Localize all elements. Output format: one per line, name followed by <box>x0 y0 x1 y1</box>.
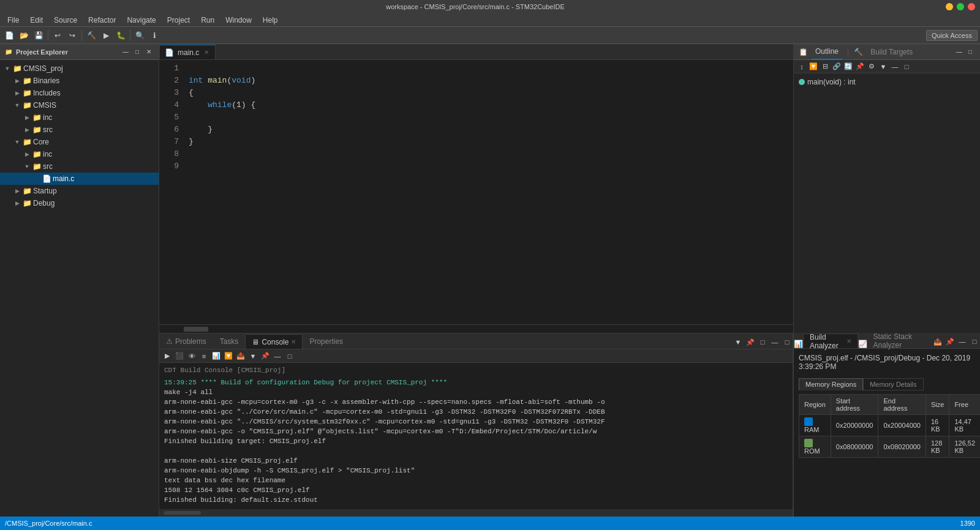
console-maximize-btn[interactable]: □ <box>782 337 793 348</box>
tree-main-c[interactable]: ▶ 📄 main.c <box>0 173 159 185</box>
outline-settings-btn[interactable]: ⚙ <box>866 61 877 72</box>
tab-memory-details[interactable]: Memory Details <box>863 378 923 390</box>
panel-maximize-btn[interactable]: □ <box>132 47 142 57</box>
console-stop-btn[interactable]: ⬛ <box>174 351 185 362</box>
panel-close-btn[interactable]: ✕ <box>144 47 154 57</box>
outline-minimize-btn[interactable]: — <box>889 61 900 72</box>
tab-main-c[interactable]: 📄 main.c ✕ <box>159 45 216 59</box>
close-btn[interactable] <box>968 3 975 10</box>
toolbar-build[interactable]: 🔨 <box>85 29 98 42</box>
outline-link-btn[interactable]: 🔗 <box>831 61 842 72</box>
tab-static-stack[interactable]: Static Stack Analyzer <box>867 334 932 348</box>
outline-filter-btn[interactable]: 🔽 <box>808 61 819 72</box>
tab-build-analyzer[interactable]: Build Analyzer ✕ <box>803 334 858 348</box>
code-editor[interactable]: 1 2 3 4 5 6 7 8 9 int main(void) { while… <box>159 60 793 324</box>
tab-console[interactable]: 🖥 Console ✕ <box>245 334 303 349</box>
menu-run[interactable]: Run <box>196 15 219 26</box>
outline-content: main(void) : int <box>794 73 980 333</box>
tree-cmsis-proj[interactable]: ▼ 📁 CMSIS_proj <box>0 62 159 75</box>
tab-tasks[interactable]: Tasks <box>213 334 246 349</box>
quick-access-btn[interactable]: Quick Access <box>926 30 978 41</box>
build-export-btn[interactable]: 📤 <box>932 336 943 347</box>
tab-close-build-analyzer[interactable]: ✕ <box>846 338 851 345</box>
console-export-btn[interactable]: 📤 <box>235 351 246 362</box>
console-hscroll[interactable] <box>159 509 793 517</box>
console-view-btn[interactable]: 👁 <box>186 351 197 362</box>
console-pin-btn[interactable]: 📌 <box>260 351 271 362</box>
outline-collapse-btn[interactable]: ⊟ <box>820 61 831 72</box>
outline-dot-main <box>799 79 805 85</box>
toolbar-search[interactable]: 🔍 <box>133 29 146 42</box>
code-content[interactable]: int main(void) { while(1) { } } <box>184 60 785 324</box>
toolbar-info[interactable]: ℹ <box>148 29 161 42</box>
console-run-btn[interactable]: ▶ <box>162 351 173 362</box>
tree-cmsis[interactable]: ▼ 📁 CMSIS <box>0 99 159 111</box>
tab-properties[interactable]: Properties <box>303 334 350 349</box>
toolbar-debug[interactable]: 🐛 <box>114 29 127 42</box>
tree-core-inc[interactable]: ▶ 📁 inc <box>0 148 159 160</box>
right-panel-minimize-btn[interactable]: — <box>954 47 964 57</box>
console-filter-btn[interactable]: 🔽 <box>223 351 234 362</box>
menu-window[interactable]: Window <box>221 15 257 26</box>
build-maximize-btn[interactable]: □ <box>969 336 980 347</box>
status-file-path: /CMSIS_proj/Core/src/main.c <box>5 520 92 527</box>
menu-edit[interactable]: Edit <box>25 15 48 26</box>
tree-includes[interactable]: ▶ 📁 Includes <box>0 87 159 99</box>
right-panel-maximize-btn[interactable]: □ <box>965 47 975 57</box>
td-free: 14,47 KB <box>949 415 980 436</box>
toolbar-open[interactable]: 📂 <box>17 29 31 42</box>
tree-binaries[interactable]: ▶ 📁 Binaries <box>0 75 159 87</box>
tree-cmsis-src[interactable]: ▶ 📁 src <box>0 124 159 136</box>
code-line-5 <box>189 111 785 124</box>
toolbar-save[interactable]: 💾 <box>32 29 45 42</box>
menu-project[interactable]: Project <box>162 15 195 26</box>
menu-source[interactable]: Source <box>49 15 82 26</box>
menu-navigate[interactable]: Navigate <box>122 15 160 26</box>
build-pin-btn[interactable]: 📌 <box>944 336 956 347</box>
console-toolbar: ▶ ⬛ 👁 ≡ 📊 🔽 📤 ▼ 📌 — □ <box>159 349 793 363</box>
build-minimize-btn[interactable]: — <box>957 336 968 347</box>
menu-help[interactable]: Help <box>258 15 283 26</box>
outline-pin2-btn[interactable]: 📌 <box>854 61 865 72</box>
tab-memory-regions[interactable]: Memory Regions <box>799 378 863 390</box>
console-nav-btn[interactable]: ▼ <box>247 351 258 362</box>
toolbar-redo[interactable]: ↪ <box>66 29 79 42</box>
console-ctrl-2[interactable]: 📌 <box>745 337 756 348</box>
maximize-btn[interactable] <box>957 3 964 10</box>
console-ctrl-3[interactable]: □ <box>757 337 768 348</box>
panel-minimize-btn[interactable]: — <box>121 47 130 57</box>
toolbar-new[interactable]: 📄 <box>2 29 16 42</box>
tab-close-btn[interactable]: ✕ <box>203 48 210 56</box>
console-minimize-btn[interactable]: — <box>769 337 780 348</box>
menu-refactor[interactable]: Refactor <box>83 15 121 26</box>
right-panel-header: 📋 Outline | 🔨 Build Targets — □ <box>794 44 980 60</box>
console-output[interactable]: CDT Build Console [CMSIS_proj] 15:39:25 … <box>159 363 793 509</box>
toolbar-undo[interactable]: ↩ <box>51 29 64 42</box>
tab-close-console[interactable]: ✕ <box>291 338 296 345</box>
tab-build-targets[interactable]: Build Targets <box>867 44 916 60</box>
console-minimize2-btn[interactable]: — <box>272 351 283 362</box>
outline-sort-btn[interactable]: ↕ <box>796 61 807 72</box>
outline-nav-btn[interactable]: ▼ <box>878 61 889 72</box>
minimize-btn[interactable] <box>946 3 953 10</box>
outline-maximize-btn[interactable]: □ <box>901 61 912 72</box>
menu-file[interactable]: File <box>2 15 24 26</box>
console-layout-btn[interactable]: ≡ <box>198 351 209 362</box>
tree-core[interactable]: ▼ 📁 Core <box>0 136 159 148</box>
console-line-4: arm-none-eabi-gcc "../Core/src/main.c" -… <box>164 407 788 417</box>
console-maximize2-btn[interactable]: □ <box>284 351 295 362</box>
window-controls <box>946 3 975 10</box>
tree-core-src[interactable]: ▼ 📁 src <box>0 160 159 173</box>
editor-hscroll[interactable] <box>159 324 793 333</box>
tab-outline[interactable]: Outline <box>812 44 842 60</box>
outline-sync-btn[interactable]: 🔄 <box>843 61 854 72</box>
tree-debug[interactable]: ▶ 📁 Debug <box>0 197 159 209</box>
tab-problems[interactable]: ⚠ Problems <box>159 334 213 349</box>
toolbar-run[interactable]: ▶ <box>99 29 113 42</box>
tree-cmsis-inc[interactable]: ▶ 📁 inc <box>0 111 159 124</box>
editor-scrollbar[interactable] <box>785 60 793 324</box>
console-ctrl-1[interactable]: ▼ <box>733 337 744 348</box>
tree-startup[interactable]: ▶ 📁 Startup <box>0 185 159 197</box>
outline-item-main[interactable]: main(void) : int <box>796 76 978 88</box>
console-chart-btn[interactable]: 📊 <box>211 351 222 362</box>
